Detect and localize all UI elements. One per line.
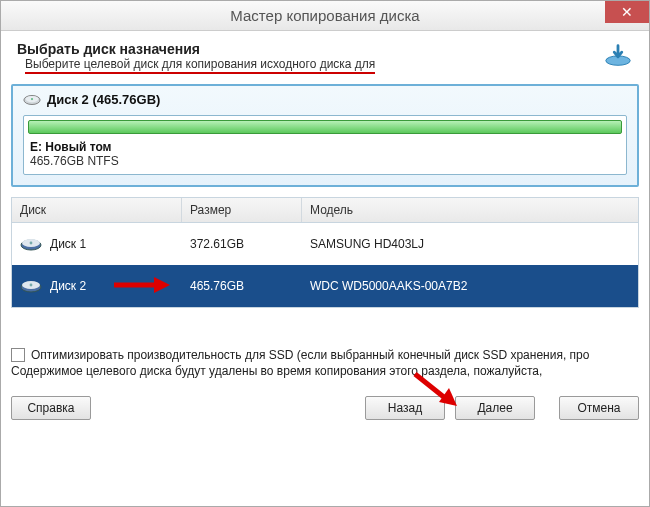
table-row[interactable]: Диск 2 465.76GB WDC WD5000AAKS-00A7B2 xyxy=(12,265,638,307)
col-header-disk[interactable]: Диск xyxy=(12,198,182,222)
download-disk-icon xyxy=(603,43,633,67)
svg-point-9 xyxy=(30,284,33,287)
col-header-model[interactable]: Модель xyxy=(302,198,638,222)
cell-disk: Диск 1 xyxy=(50,237,86,251)
cell-disk: Диск 2 xyxy=(50,279,86,293)
svg-point-6 xyxy=(30,242,33,245)
ssd-optimize-label: Оптимизировать производительность для SS… xyxy=(31,348,589,362)
ssd-optimize-checkbox[interactable] xyxy=(11,348,25,362)
window-title: Мастер копирования диска xyxy=(230,7,419,24)
ssd-warning-note: Содержимое целевого диска будут удалены … xyxy=(11,364,639,378)
cell-size: 372.61GB xyxy=(182,237,302,251)
back-button[interactable]: Назад xyxy=(365,396,445,420)
volume-box: E: Новый том 465.76GB NTFS xyxy=(23,115,627,175)
volume-details: 465.76GB NTFS xyxy=(30,154,620,168)
help-button[interactable]: Справка xyxy=(11,396,91,420)
hard-disk-icon xyxy=(20,236,42,252)
header-title: Выбрать диск назначения xyxy=(17,41,635,57)
target-disk-panel: Диск 2 (465.76GB) E: Новый том 465.76GB … xyxy=(11,84,639,187)
close-icon: ✕ xyxy=(621,4,633,20)
hard-disk-icon xyxy=(20,278,42,294)
col-header-size[interactable]: Размер xyxy=(182,198,302,222)
table-row[interactable]: Диск 1 372.61GB SAMSUNG HD403LJ xyxy=(12,223,638,265)
titlebar: Мастер копирования диска ✕ xyxy=(1,1,649,31)
cell-size: 465.76GB xyxy=(182,279,302,293)
svg-point-3 xyxy=(31,98,33,100)
cell-model: SAMSUNG HD403LJ xyxy=(302,237,638,251)
volume-name: E: Новый том xyxy=(30,140,620,154)
cell-model: WDC WD5000AAKS-00A7B2 xyxy=(302,279,638,293)
cancel-button[interactable]: Отмена xyxy=(559,396,639,420)
volume-usage-bar xyxy=(28,120,622,134)
next-button[interactable]: Далее xyxy=(455,396,535,420)
disk-table: Диск Размер Модель Диск 1 372.61GB SAMSU… xyxy=(11,197,639,308)
hard-disk-icon xyxy=(23,93,41,107)
close-button[interactable]: ✕ xyxy=(605,1,649,23)
table-header: Диск Размер Модель xyxy=(12,198,638,223)
target-disk-title: Диск 2 (465.76GB) xyxy=(47,92,160,107)
header-subtitle: Выберите целевой диск для копирования ис… xyxy=(25,57,375,74)
wizard-header: Выбрать диск назначения Выберите целевой… xyxy=(11,39,639,82)
